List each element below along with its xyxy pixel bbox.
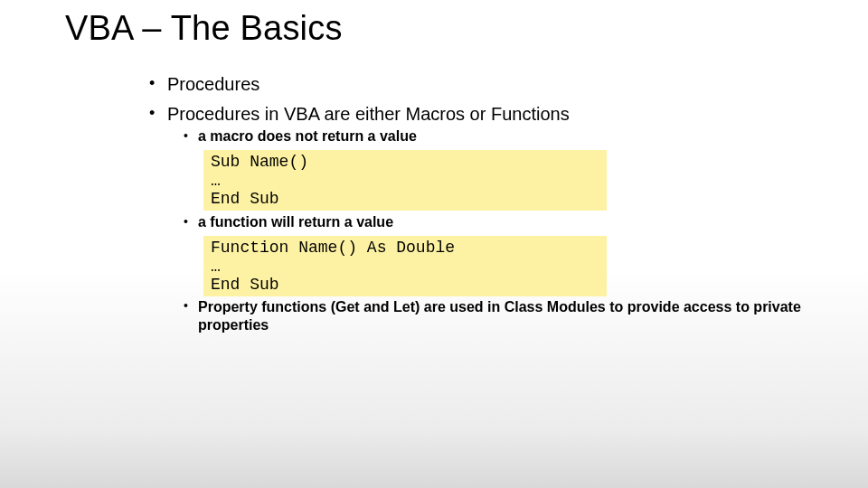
- slide-title: VBA – The Basics: [65, 9, 343, 48]
- bullet-text: a macro does not return a value: [198, 128, 417, 144]
- bullet-text: a function will return a value: [198, 214, 393, 230]
- bullet-text: Procedures in VBA are either Macros or F…: [167, 104, 570, 124]
- bullet-text: Procedures: [167, 74, 259, 94]
- bullet-property: Property functions (Get and Let) are use…: [167, 298, 822, 334]
- sub-bullet-list: a function will return a value: [167, 214, 800, 230]
- code-macro: Sub Name() … End Sub: [203, 150, 607, 211]
- bullet-function: a function will return a value: [167, 214, 800, 230]
- bullet-list: Procedures Procedures in VBA are either …: [149, 74, 800, 334]
- bullet-procedures: Procedures: [149, 74, 800, 95]
- sub-bullet-list: Property functions (Get and Let) are use…: [167, 298, 800, 334]
- bullet-procedures-types: Procedures in VBA are either Macros or F…: [149, 104, 800, 334]
- slide-body: Procedures Procedures in VBA are either …: [149, 74, 800, 343]
- bullet-macro: a macro does not return a value: [167, 128, 800, 145]
- bullet-text: Property functions (Get and Let) are use…: [198, 299, 801, 333]
- code-function: Function Name() As Double … End Sub: [203, 236, 607, 296]
- sub-bullet-list: a macro does not return a value: [167, 128, 800, 145]
- slide: VBA – The Basics Procedures Procedures i…: [0, 0, 868, 488]
